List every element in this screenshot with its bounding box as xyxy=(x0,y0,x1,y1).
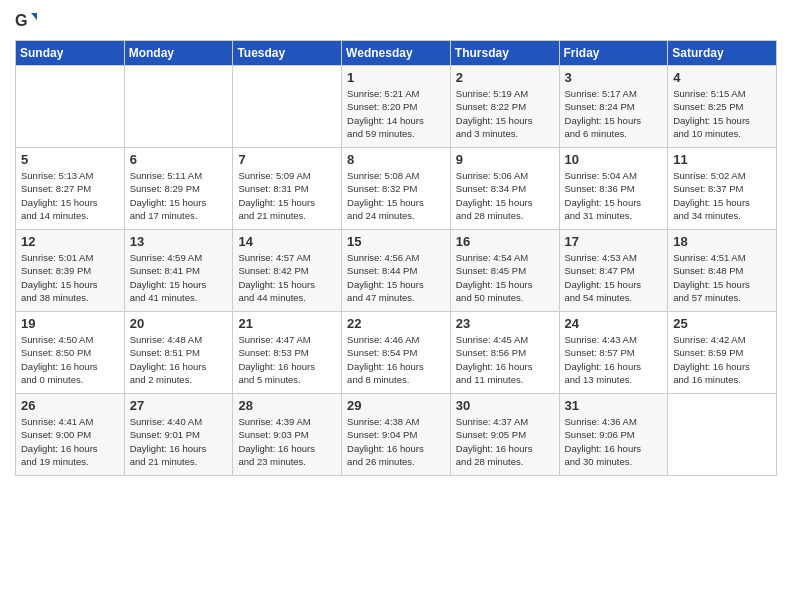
day-number: 15 xyxy=(347,234,445,249)
day-info: Sunrise: 4:47 AM Sunset: 8:53 PM Dayligh… xyxy=(238,333,336,386)
logo-icon: G xyxy=(15,10,37,32)
day-cell: 6Sunrise: 5:11 AM Sunset: 8:29 PM Daylig… xyxy=(124,148,233,230)
day-cell: 17Sunrise: 4:53 AM Sunset: 8:47 PM Dayli… xyxy=(559,230,668,312)
day-info: Sunrise: 5:08 AM Sunset: 8:32 PM Dayligh… xyxy=(347,169,445,222)
column-header-monday: Monday xyxy=(124,41,233,66)
day-number: 5 xyxy=(21,152,119,167)
day-cell: 9Sunrise: 5:06 AM Sunset: 8:34 PM Daylig… xyxy=(450,148,559,230)
day-info: Sunrise: 4:45 AM Sunset: 8:56 PM Dayligh… xyxy=(456,333,554,386)
day-info: Sunrise: 5:04 AM Sunset: 8:36 PM Dayligh… xyxy=(565,169,663,222)
day-number: 27 xyxy=(130,398,228,413)
day-cell: 11Sunrise: 5:02 AM Sunset: 8:37 PM Dayli… xyxy=(668,148,777,230)
day-info: Sunrise: 5:15 AM Sunset: 8:25 PM Dayligh… xyxy=(673,87,771,140)
day-info: Sunrise: 4:40 AM Sunset: 9:01 PM Dayligh… xyxy=(130,415,228,468)
day-number: 24 xyxy=(565,316,663,331)
day-cell: 13Sunrise: 4:59 AM Sunset: 8:41 PM Dayli… xyxy=(124,230,233,312)
day-cell xyxy=(16,66,125,148)
day-cell: 25Sunrise: 4:42 AM Sunset: 8:59 PM Dayli… xyxy=(668,312,777,394)
day-cell: 2Sunrise: 5:19 AM Sunset: 8:22 PM Daylig… xyxy=(450,66,559,148)
day-number: 13 xyxy=(130,234,228,249)
day-cell xyxy=(668,394,777,476)
column-header-saturday: Saturday xyxy=(668,41,777,66)
day-number: 25 xyxy=(673,316,771,331)
day-info: Sunrise: 5:17 AM Sunset: 8:24 PM Dayligh… xyxy=(565,87,663,140)
day-cell: 27Sunrise: 4:40 AM Sunset: 9:01 PM Dayli… xyxy=(124,394,233,476)
day-number: 28 xyxy=(238,398,336,413)
day-info: Sunrise: 4:43 AM Sunset: 8:57 PM Dayligh… xyxy=(565,333,663,386)
day-info: Sunrise: 5:01 AM Sunset: 8:39 PM Dayligh… xyxy=(21,251,119,304)
week-row-5: 26Sunrise: 4:41 AM Sunset: 9:00 PM Dayli… xyxy=(16,394,777,476)
day-cell: 30Sunrise: 4:37 AM Sunset: 9:05 PM Dayli… xyxy=(450,394,559,476)
page-header: G xyxy=(15,10,777,32)
header-row: SundayMondayTuesdayWednesdayThursdayFrid… xyxy=(16,41,777,66)
day-cell: 23Sunrise: 4:45 AM Sunset: 8:56 PM Dayli… xyxy=(450,312,559,394)
day-info: Sunrise: 4:39 AM Sunset: 9:03 PM Dayligh… xyxy=(238,415,336,468)
day-cell: 22Sunrise: 4:46 AM Sunset: 8:54 PM Dayli… xyxy=(342,312,451,394)
day-info: Sunrise: 4:54 AM Sunset: 8:45 PM Dayligh… xyxy=(456,251,554,304)
column-header-sunday: Sunday xyxy=(16,41,125,66)
column-header-friday: Friday xyxy=(559,41,668,66)
day-number: 23 xyxy=(456,316,554,331)
day-number: 10 xyxy=(565,152,663,167)
day-info: Sunrise: 5:19 AM Sunset: 8:22 PM Dayligh… xyxy=(456,87,554,140)
day-info: Sunrise: 5:21 AM Sunset: 8:20 PM Dayligh… xyxy=(347,87,445,140)
day-number: 6 xyxy=(130,152,228,167)
day-info: Sunrise: 4:42 AM Sunset: 8:59 PM Dayligh… xyxy=(673,333,771,386)
day-info: Sunrise: 5:02 AM Sunset: 8:37 PM Dayligh… xyxy=(673,169,771,222)
day-cell: 7Sunrise: 5:09 AM Sunset: 8:31 PM Daylig… xyxy=(233,148,342,230)
day-number: 19 xyxy=(21,316,119,331)
day-number: 12 xyxy=(21,234,119,249)
day-cell: 24Sunrise: 4:43 AM Sunset: 8:57 PM Dayli… xyxy=(559,312,668,394)
day-info: Sunrise: 4:53 AM Sunset: 8:47 PM Dayligh… xyxy=(565,251,663,304)
week-row-1: 1Sunrise: 5:21 AM Sunset: 8:20 PM Daylig… xyxy=(16,66,777,148)
day-number: 9 xyxy=(456,152,554,167)
day-number: 11 xyxy=(673,152,771,167)
day-cell: 21Sunrise: 4:47 AM Sunset: 8:53 PM Dayli… xyxy=(233,312,342,394)
column-header-thursday: Thursday xyxy=(450,41,559,66)
day-number: 26 xyxy=(21,398,119,413)
day-cell: 15Sunrise: 4:56 AM Sunset: 8:44 PM Dayli… xyxy=(342,230,451,312)
day-number: 14 xyxy=(238,234,336,249)
day-info: Sunrise: 4:36 AM Sunset: 9:06 PM Dayligh… xyxy=(565,415,663,468)
week-row-4: 19Sunrise: 4:50 AM Sunset: 8:50 PM Dayli… xyxy=(16,312,777,394)
day-number: 18 xyxy=(673,234,771,249)
svg-text:G: G xyxy=(15,11,28,29)
day-cell xyxy=(233,66,342,148)
day-number: 3 xyxy=(565,70,663,85)
day-cell: 19Sunrise: 4:50 AM Sunset: 8:50 PM Dayli… xyxy=(16,312,125,394)
day-number: 29 xyxy=(347,398,445,413)
day-number: 2 xyxy=(456,70,554,85)
day-cell: 20Sunrise: 4:48 AM Sunset: 8:51 PM Dayli… xyxy=(124,312,233,394)
day-number: 1 xyxy=(347,70,445,85)
day-cell: 16Sunrise: 4:54 AM Sunset: 8:45 PM Dayli… xyxy=(450,230,559,312)
day-info: Sunrise: 4:38 AM Sunset: 9:04 PM Dayligh… xyxy=(347,415,445,468)
day-info: Sunrise: 4:57 AM Sunset: 8:42 PM Dayligh… xyxy=(238,251,336,304)
day-info: Sunrise: 5:06 AM Sunset: 8:34 PM Dayligh… xyxy=(456,169,554,222)
column-header-tuesday: Tuesday xyxy=(233,41,342,66)
day-info: Sunrise: 5:11 AM Sunset: 8:29 PM Dayligh… xyxy=(130,169,228,222)
day-info: Sunrise: 4:56 AM Sunset: 8:44 PM Dayligh… xyxy=(347,251,445,304)
day-info: Sunrise: 4:46 AM Sunset: 8:54 PM Dayligh… xyxy=(347,333,445,386)
day-info: Sunrise: 4:37 AM Sunset: 9:05 PM Dayligh… xyxy=(456,415,554,468)
day-number: 17 xyxy=(565,234,663,249)
week-row-3: 12Sunrise: 5:01 AM Sunset: 8:39 PM Dayli… xyxy=(16,230,777,312)
day-number: 4 xyxy=(673,70,771,85)
day-info: Sunrise: 4:41 AM Sunset: 9:00 PM Dayligh… xyxy=(21,415,119,468)
day-number: 16 xyxy=(456,234,554,249)
day-cell: 18Sunrise: 4:51 AM Sunset: 8:48 PM Dayli… xyxy=(668,230,777,312)
day-number: 8 xyxy=(347,152,445,167)
day-cell: 29Sunrise: 4:38 AM Sunset: 9:04 PM Dayli… xyxy=(342,394,451,476)
day-number: 20 xyxy=(130,316,228,331)
day-info: Sunrise: 4:59 AM Sunset: 8:41 PM Dayligh… xyxy=(130,251,228,304)
day-number: 31 xyxy=(565,398,663,413)
day-cell: 26Sunrise: 4:41 AM Sunset: 9:00 PM Dayli… xyxy=(16,394,125,476)
day-number: 22 xyxy=(347,316,445,331)
week-row-2: 5Sunrise: 5:13 AM Sunset: 8:27 PM Daylig… xyxy=(16,148,777,230)
day-cell: 10Sunrise: 5:04 AM Sunset: 8:36 PM Dayli… xyxy=(559,148,668,230)
day-info: Sunrise: 4:50 AM Sunset: 8:50 PM Dayligh… xyxy=(21,333,119,386)
day-cell: 14Sunrise: 4:57 AM Sunset: 8:42 PM Dayli… xyxy=(233,230,342,312)
day-info: Sunrise: 4:51 AM Sunset: 8:48 PM Dayligh… xyxy=(673,251,771,304)
logo: G xyxy=(15,10,41,32)
day-cell: 3Sunrise: 5:17 AM Sunset: 8:24 PM Daylig… xyxy=(559,66,668,148)
day-cell: 28Sunrise: 4:39 AM Sunset: 9:03 PM Dayli… xyxy=(233,394,342,476)
